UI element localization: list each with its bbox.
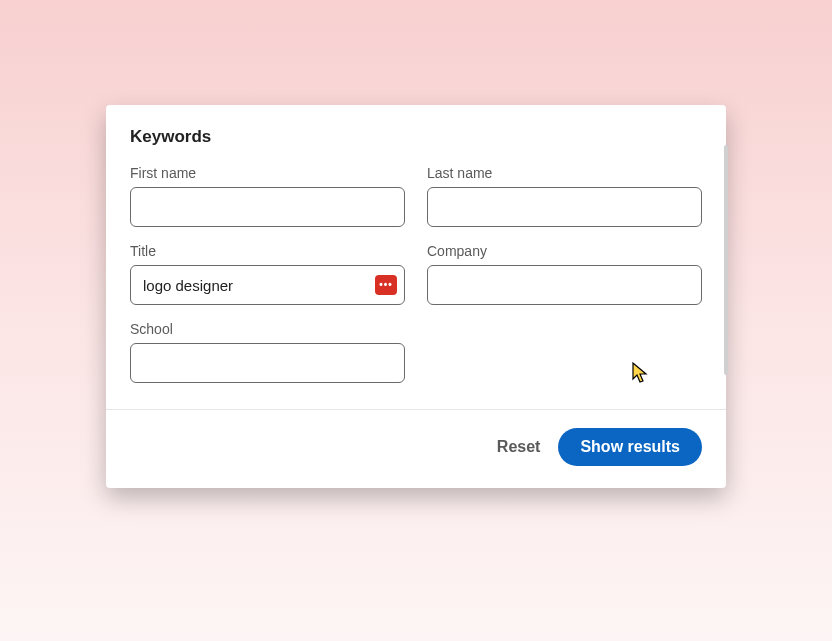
- last-name-label: Last name: [427, 165, 702, 181]
- company-label: Company: [427, 243, 702, 259]
- keywords-card: Keywords First name Last name Title ••• …: [106, 105, 726, 488]
- empty-cell: [427, 321, 702, 383]
- section-title: Keywords: [130, 127, 702, 147]
- school-field: School: [130, 321, 405, 383]
- title-input[interactable]: [130, 265, 405, 305]
- company-input[interactable]: [427, 265, 702, 305]
- first-name-label: First name: [130, 165, 405, 181]
- title-label: Title: [130, 243, 405, 259]
- footer-actions: Reset Show results: [106, 409, 726, 488]
- scrollbar[interactable]: [724, 145, 728, 375]
- first-name-input[interactable]: [130, 187, 405, 227]
- title-field: Title •••: [130, 243, 405, 305]
- school-input[interactable]: [130, 343, 405, 383]
- show-results-button[interactable]: Show results: [558, 428, 702, 466]
- fields-grid: First name Last name Title ••• Company S…: [130, 165, 702, 383]
- company-field: Company: [427, 243, 702, 305]
- reset-button[interactable]: Reset: [497, 438, 541, 456]
- last-name-input[interactable]: [427, 187, 702, 227]
- title-input-wrapper: •••: [130, 265, 405, 305]
- first-name-field: First name: [130, 165, 405, 227]
- school-label: School: [130, 321, 405, 337]
- last-name-field: Last name: [427, 165, 702, 227]
- keywords-content: Keywords First name Last name Title ••• …: [106, 105, 726, 409]
- extension-icon[interactable]: •••: [375, 275, 397, 295]
